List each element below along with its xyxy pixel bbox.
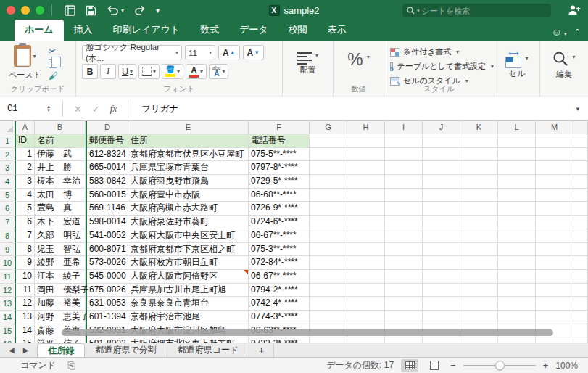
- search-scope-dropdown-icon[interactable]: ▾: [417, 8, 420, 14]
- cell[interactable]: 兵庫県加古川市尾上町旭: [128, 284, 249, 298]
- tab-home[interactable]: ホーム: [15, 20, 64, 41]
- sheet-tab-split-by-prefecture[interactable]: 都道府県で分割: [85, 343, 167, 357]
- column-header-i[interactable]: I: [385, 121, 423, 134]
- cell[interactable]: [310, 284, 347, 298]
- cell[interactable]: [347, 189, 385, 202]
- cell[interactable]: 太田 博: [35, 189, 86, 202]
- cell[interactable]: [423, 148, 460, 162]
- cell[interactable]: [498, 189, 536, 202]
- cell[interactable]: [423, 311, 460, 324]
- cell[interactable]: [347, 216, 385, 229]
- cell[interactable]: 井上 勝: [35, 161, 86, 175]
- cell[interactable]: [347, 134, 385, 148]
- cell[interactable]: 0722-2*-****: [249, 337, 310, 343]
- cell[interactable]: 京都府京都市下京区相之町: [128, 243, 249, 257]
- row-header-13[interactable]: 13: [0, 297, 16, 311]
- share-person-add-icon[interactable]: [568, 4, 581, 17]
- borders-button[interactable]: ▾: [138, 64, 160, 79]
- cell[interactable]: 573-0026: [87, 256, 128, 270]
- cell[interactable]: 大阪府泉佐野市葵町: [128, 216, 249, 229]
- cut-icon[interactable]: ✂: [49, 46, 61, 57]
- cell[interactable]: [460, 256, 498, 270]
- cell[interactable]: [310, 202, 347, 216]
- cell[interactable]: 名前: [35, 134, 86, 148]
- cell[interactable]: [573, 161, 588, 175]
- cell[interactable]: 加藤 裕美: [35, 297, 86, 311]
- font-color-dropdown-icon[interactable]: ▾: [200, 68, 203, 75]
- cell[interactable]: 榎本 幸治: [35, 175, 86, 189]
- cell[interactable]: 0726-9*-****: [249, 202, 310, 216]
- cell[interactable]: [536, 256, 573, 270]
- cell[interactable]: 12: [16, 297, 35, 311]
- cell[interactable]: [423, 256, 460, 270]
- cell[interactable]: 631-0053: [87, 297, 128, 311]
- cell[interactable]: [573, 202, 588, 216]
- format-painter-icon[interactable]: 🖌: [49, 70, 61, 81]
- row-header-3[interactable]: 3: [0, 161, 16, 175]
- cell[interactable]: [423, 134, 460, 148]
- row-header-6[interactable]: 6: [0, 202, 16, 216]
- cell[interactable]: 601-1394: [87, 311, 128, 324]
- cell[interactable]: 大阪府堺市北区東上野芝町: [128, 337, 249, 343]
- cell[interactable]: [347, 284, 385, 298]
- cell[interactable]: [423, 297, 460, 311]
- cell[interactable]: 11: [16, 284, 35, 298]
- cell[interactable]: 大阪府高槻市赤大路町: [128, 202, 249, 216]
- cell[interactable]: [573, 270, 588, 284]
- cell[interactable]: [536, 134, 573, 148]
- cell[interactable]: 665-0014: [87, 161, 128, 175]
- cell[interactable]: [423, 202, 460, 216]
- cell[interactable]: 郵便番号: [87, 134, 128, 148]
- cell[interactable]: [573, 229, 588, 243]
- cell[interactable]: 伊藤 武: [35, 148, 86, 162]
- cell[interactable]: [573, 243, 588, 257]
- tab-insert[interactable]: 挿入: [64, 20, 103, 41]
- cell[interactable]: [385, 256, 423, 270]
- cell[interactable]: [385, 270, 423, 284]
- cell[interactable]: 笹平 信子: [35, 337, 86, 343]
- cell[interactable]: [385, 161, 423, 175]
- normal-view-button[interactable]: [401, 359, 418, 372]
- cells-dropdown-icon[interactable]: ▾: [525, 55, 528, 62]
- cell[interactable]: [573, 256, 588, 270]
- cell[interactable]: [573, 297, 588, 311]
- macro-record-icon[interactable]: ⎘: [67, 360, 75, 372]
- cell[interactable]: 電話番号: [249, 134, 310, 148]
- formula-bar-expand-icon[interactable]: ▼: [575, 106, 581, 112]
- cell[interactable]: 4: [16, 189, 35, 202]
- cell[interactable]: 0797-8*-****: [249, 161, 310, 175]
- cell[interactable]: [385, 148, 423, 162]
- cell[interactable]: 岡田 優梨子: [35, 284, 86, 298]
- cell[interactable]: 14: [16, 324, 35, 338]
- cell[interactable]: [347, 270, 385, 284]
- tab-page-layout[interactable]: 印刷レイアウト: [103, 20, 191, 41]
- cell[interactable]: [536, 229, 573, 243]
- cell[interactable]: [423, 284, 460, 298]
- cell[interactable]: [423, 175, 460, 189]
- cell[interactable]: 0742-4*-****: [249, 297, 310, 311]
- confirm-entry-icon[interactable]: ✓: [92, 104, 100, 115]
- editing-dropdown-icon[interactable]: ▾: [572, 54, 575, 60]
- cell[interactable]: [498, 270, 536, 284]
- decrease-font-button[interactable]: A▼: [243, 45, 265, 60]
- row-header-15[interactable]: 15: [0, 324, 16, 338]
- cell[interactable]: 075-3**-****: [249, 243, 310, 257]
- row-header-9[interactable]: 9: [0, 243, 16, 257]
- sheet-prev-icon[interactable]: ◀: [9, 346, 15, 354]
- cell[interactable]: 0729-5*-****: [249, 175, 310, 189]
- cell[interactable]: [460, 134, 498, 148]
- cell[interactable]: [460, 337, 498, 343]
- cell[interactable]: 6: [16, 216, 35, 229]
- cell[interactable]: 06-67**-****: [249, 270, 310, 284]
- bold-button[interactable]: B: [82, 64, 98, 79]
- cell[interactable]: [423, 189, 460, 202]
- column-header-d[interactable]: D: [87, 121, 128, 134]
- cell[interactable]: [310, 148, 347, 162]
- cell[interactable]: [347, 175, 385, 189]
- cell[interactable]: [536, 161, 573, 175]
- cell[interactable]: [423, 243, 460, 257]
- cell[interactable]: [536, 148, 573, 162]
- cell[interactable]: [310, 270, 347, 284]
- collapse-ribbon-icon[interactable]: ⌃: [574, 28, 581, 37]
- cell[interactable]: 600-8071: [87, 243, 128, 257]
